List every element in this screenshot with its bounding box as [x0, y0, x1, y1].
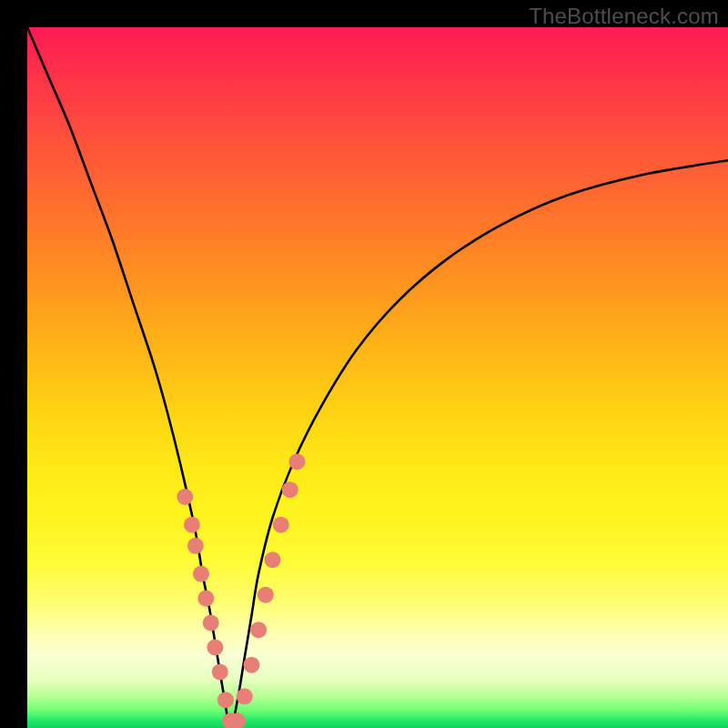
data-marker: [237, 688, 253, 704]
data-marker: [207, 639, 223, 655]
data-marker: [258, 587, 274, 603]
data-marker: [187, 538, 204, 554]
curve-svg: [27, 27, 728, 728]
plot-area: [27, 27, 728, 728]
data-marker: [197, 591, 214, 607]
watermark-text: TheBottleneck.com: [529, 4, 719, 29]
data-marker: [203, 615, 219, 632]
data-marker: [282, 481, 298, 498]
data-marker: [273, 517, 289, 533]
data-marker: [265, 551, 281, 568]
chart-frame: TheBottleneck.com: [0, 0, 728, 728]
data-marker: [250, 622, 267, 638]
bottleneck-curve: [27, 27, 728, 728]
data-marker: [217, 692, 234, 708]
data-marker: [193, 566, 209, 582]
data-marker: [288, 453, 305, 470]
data-marker: [212, 663, 228, 680]
data-marker: [177, 489, 193, 505]
data-marker: [184, 517, 200, 533]
data-marker: [243, 657, 259, 673]
bottleneck-curve-path: [27, 27, 728, 728]
